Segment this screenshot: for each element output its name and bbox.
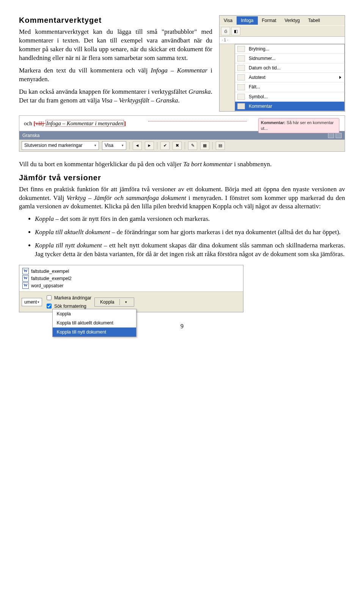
separator: [129, 142, 130, 150]
chevron-down-icon: ▾: [38, 300, 39, 304]
menu-item-label: Autotext: [249, 74, 265, 80]
show-combo[interactable]: Visa▾: [102, 141, 126, 150]
comment-callout: Kommentar: Så här ser en kommentar ut...: [258, 118, 339, 133]
koppla-dropdown-menu: KopplaKoppla till aktuellt dokumentKoppl…: [52, 309, 136, 337]
menu-item-icon: [237, 46, 245, 52]
highlight-button[interactable]: ▦: [200, 142, 209, 150]
menu-item-label: Sidnummer...: [249, 55, 276, 61]
combo-value: Slutversion med markeringar: [24, 142, 82, 148]
merge-dialog-screenshot: faltstudie_exempelfaltstudie_exempel2wor…: [19, 265, 243, 312]
menu-item-kommentar[interactable]: Kommentar: [235, 102, 345, 111]
close-icon[interactable]: [336, 133, 342, 138]
panel-title-text: Granska: [22, 132, 39, 139]
menu-item-label: Brytning...: [249, 46, 269, 52]
menu-path: Visa – Verktygsfält – Granska: [102, 97, 178, 104]
toolbar-name: Granska: [188, 88, 211, 95]
word-file-icon: [22, 268, 29, 274]
menu-item-icon: [237, 65, 245, 71]
menu-item-fält-[interactable]: Fält...: [235, 82, 345, 92]
prev-change-button[interactable]: ◄: [133, 142, 142, 150]
option-name: Koppla till aktuellt dokument: [35, 228, 110, 236]
ruler: · 1 ·: [220, 36, 345, 44]
new-comment-button[interactable]: ✎: [188, 142, 197, 150]
chevron-down-icon: ▾: [125, 300, 127, 304]
text: .: [178, 97, 179, 104]
section-title-1: Kommentarverktyget: [19, 15, 212, 25]
reject-change-button[interactable]: ✖: [173, 142, 182, 150]
list-item: Koppla till aktuellt dokument – de förän…: [35, 228, 345, 237]
option-description: – det som är nytt förs in den gamla vers…: [54, 215, 210, 222]
file-row[interactable]: faltstudie_exempel: [22, 268, 240, 275]
menu-item-datum-och-tid-[interactable]: Datum och tid...: [235, 63, 345, 73]
document-text: och [välj Infoga – Kommentar i menyraden…: [24, 120, 126, 127]
file-row[interactable]: faltstudie_exempel2: [22, 275, 240, 282]
menu-item-label: Fält...: [249, 84, 260, 90]
word-file-icon: [22, 282, 29, 289]
option-description: – de förändringar som har gjorts markera…: [110, 228, 341, 236]
list-item: Koppla till nytt dokument – ett helt nyt…: [35, 241, 345, 259]
separator: [212, 142, 213, 150]
print-icon[interactable]: ⎙: [221, 27, 230, 35]
checkbox-label: Sök formatering: [54, 303, 86, 309]
toolbar-icon[interactable]: ◧: [231, 27, 240, 35]
text: Du kan också använda knappen för komment…: [19, 88, 188, 95]
display-mode-combo[interactable]: Slutversion med markeringar▾: [22, 141, 99, 150]
chevron-down-icon: ▾: [94, 143, 96, 148]
text: och: [24, 120, 33, 126]
menu-visa[interactable]: Visa: [220, 16, 237, 25]
chevron-down-icon: ▾: [122, 143, 124, 148]
koppla-option[interactable]: Koppla till nytt dokument: [53, 327, 136, 337]
menu-path: Verktyg – Jämför och sammanfoga dokument: [67, 194, 186, 202]
submenu-arrow-icon: [339, 76, 341, 79]
menu-item-icon: [237, 103, 245, 109]
text: i snabbmenyn.: [232, 161, 271, 168]
menu-tabell[interactable]: Tabell: [304, 16, 324, 25]
callout-title: Kommentar:: [261, 120, 286, 125]
dialog-bottom-bar: ument▾ Markera ändringar Sök formatering…: [19, 292, 243, 312]
insert-dropdown: Brytning...Sidnummer...Datum och tid...A…: [235, 44, 345, 111]
file-row[interactable]: word_uppsatser: [22, 282, 240, 289]
button-label: Koppla: [100, 299, 114, 305]
context-menu-item: Ta bort kommentar: [183, 161, 232, 168]
koppla-option[interactable]: Koppla till aktuellt dokument: [53, 318, 136, 327]
koppla-options-list: Koppla – det som är nytt förs in den gam…: [19, 215, 345, 259]
koppla-option[interactable]: Koppla: [53, 309, 136, 318]
checkbox-input[interactable]: [47, 304, 52, 309]
menu-item-icon: [237, 55, 245, 61]
chevron-down-icon[interactable]: [328, 133, 334, 138]
menu-item-sidnummer-[interactable]: Sidnummer...: [235, 54, 345, 63]
file-name: word_uppsatser: [31, 283, 63, 289]
option-name: Koppla till nytt dokument: [35, 242, 102, 249]
separator: [185, 142, 185, 150]
intro-paragraph-1: Med kommentarverktyget kan du lägga till…: [19, 28, 212, 63]
callout-connector: [148, 121, 247, 122]
menu-infoga[interactable]: Infoga: [237, 16, 257, 25]
insert-menu-screenshot: VisaInfogaFormatVerktygTabell ⎙ ◧ · 1 · …: [219, 15, 345, 112]
menu-item-brytning-[interactable]: Brytning...: [235, 44, 345, 54]
intro-paragraph-2: Markera den text du vill kommentera och …: [19, 66, 212, 84]
menu-item-icon: [237, 74, 245, 80]
list-item: Koppla – det som är nytt förs in den gam…: [35, 215, 345, 224]
toolbar: ⎙ ◧: [220, 25, 345, 36]
menu-item-autotext[interactable]: Autotext: [235, 73, 345, 82]
menu-item-label: Kommentar: [249, 103, 272, 109]
menu-path: Infoga – Kommentar: [151, 67, 208, 74]
compare-paragraph: Det finns en praktisk funktion för att j…: [19, 185, 345, 211]
checkbox-input[interactable]: [47, 295, 52, 300]
text: Vill du ta bort en kommentar högerklicka…: [19, 161, 183, 168]
menu-format[interactable]: Format: [258, 16, 281, 25]
struck-text: välj: [35, 120, 45, 126]
word-file-icon: [22, 275, 29, 282]
next-change-button[interactable]: ►: [145, 142, 154, 150]
menu-item-symbol-[interactable]: Symbol...: [235, 92, 345, 102]
koppla-split-button[interactable]: Koppla ▾: [94, 298, 134, 307]
mark-changes-checkbox[interactable]: Markera ändringar: [45, 294, 91, 301]
file-name: faltstudie_exempel: [31, 268, 69, 274]
file-type-combo[interactable]: ument▾: [22, 298, 42, 306]
review-pane-button[interactable]: ▤: [216, 142, 225, 150]
combo-value: ument: [24, 299, 37, 305]
review-toolbar-screenshot: och [välj Infoga – Kommentar i menyraden…: [19, 115, 345, 152]
menu-verktyg[interactable]: Verktyg: [281, 16, 304, 25]
accept-change-button[interactable]: ✔: [160, 142, 169, 150]
intro-paragraph-3: Du kan också använda knappen för komment…: [19, 88, 212, 105]
